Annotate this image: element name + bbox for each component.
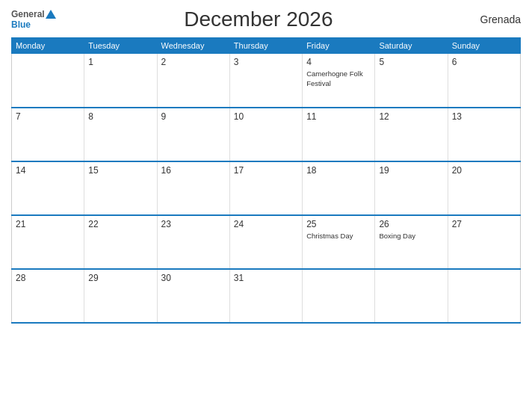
day-number: 21 xyxy=(16,219,80,229)
day-number: 20 xyxy=(452,165,516,176)
table-row: 22 xyxy=(84,215,157,269)
calendar-header-row: Monday Tuesday Wednesday Thursday Friday… xyxy=(12,38,521,54)
table-row: 23 xyxy=(157,215,229,269)
table-row xyxy=(448,269,520,323)
table-row xyxy=(12,54,84,108)
calendar-week-row: 28293031 xyxy=(12,269,521,323)
header: General Blue December 2026 Grenada xyxy=(11,7,521,31)
day-number: 19 xyxy=(379,165,443,176)
day-number: 31 xyxy=(234,273,298,283)
table-row: 20 xyxy=(448,161,520,215)
table-row: 27 xyxy=(448,215,520,269)
table-row: 13 xyxy=(448,108,520,161)
table-row: 9 xyxy=(157,108,229,161)
day-number: 10 xyxy=(234,111,298,122)
table-row: 26Boxing Day xyxy=(375,215,448,269)
day-number: 28 xyxy=(16,273,80,283)
table-row: 16 xyxy=(157,161,229,215)
table-row: 7 xyxy=(12,108,84,161)
day-number: 27 xyxy=(452,219,516,229)
day-number: 6 xyxy=(452,57,516,67)
day-number: 8 xyxy=(88,111,152,122)
day-number: 1 xyxy=(88,57,152,67)
table-row: 6 xyxy=(448,54,520,108)
table-row: 10 xyxy=(229,108,302,161)
calendar-week-row: 2122232425Christmas Day26Boxing Day27 xyxy=(12,215,521,269)
day-number: 3 xyxy=(234,57,298,67)
calendar-table: Monday Tuesday Wednesday Thursday Friday… xyxy=(11,37,521,324)
col-monday: Monday xyxy=(12,38,84,54)
col-sunday: Sunday xyxy=(448,38,520,54)
table-row: 4Camerhogne Folk Festival xyxy=(303,54,375,108)
table-row xyxy=(303,269,375,323)
table-row: 30 xyxy=(157,269,229,323)
day-number: 16 xyxy=(161,165,226,176)
day-number: 15 xyxy=(88,165,152,176)
calendar-week-row: 1234Camerhogne Folk Festival56 xyxy=(12,54,521,108)
day-number: 17 xyxy=(234,165,298,176)
table-row: 11 xyxy=(303,108,375,161)
page: General Blue December 2026 Grenada Monda… xyxy=(0,0,532,411)
table-row: 15 xyxy=(84,161,157,215)
day-number: 22 xyxy=(88,219,152,229)
table-row: 28 xyxy=(12,269,84,323)
day-number: 26 xyxy=(379,219,443,229)
day-number: 18 xyxy=(306,165,371,176)
table-row: 12 xyxy=(375,108,448,161)
logo-triangle-icon xyxy=(46,10,56,19)
table-row: 14 xyxy=(12,161,84,215)
table-row: 31 xyxy=(229,269,302,323)
day-number: 11 xyxy=(306,111,371,122)
table-row: 17 xyxy=(229,161,302,215)
day-number: 4 xyxy=(306,57,371,67)
day-number: 23 xyxy=(161,219,226,229)
col-tuesday: Tuesday xyxy=(84,38,157,54)
day-number: 12 xyxy=(379,111,443,122)
logo-blue-text: Blue xyxy=(11,19,31,30)
day-number: 13 xyxy=(452,111,516,122)
event-text: Christmas Day xyxy=(306,232,353,240)
calendar-title: December 2026 xyxy=(56,7,461,31)
logo-general-text: General xyxy=(11,9,45,19)
logo: General Blue xyxy=(11,9,56,31)
day-number: 5 xyxy=(379,57,443,67)
col-saturday: Saturday xyxy=(375,38,448,54)
table-row: 18 xyxy=(303,161,375,215)
table-row xyxy=(375,269,448,323)
day-number: 29 xyxy=(88,273,152,283)
table-row: 25Christmas Day xyxy=(303,215,375,269)
event-text: Camerhogne Folk Festival xyxy=(306,69,363,87)
table-row: 19 xyxy=(375,161,448,215)
calendar-week-row: 14151617181920 xyxy=(12,161,521,215)
day-number: 9 xyxy=(161,111,226,122)
table-row: 24 xyxy=(229,215,302,269)
country-label: Grenada xyxy=(461,13,521,25)
table-row: 21 xyxy=(12,215,84,269)
col-wednesday: Wednesday xyxy=(157,38,229,54)
day-number: 2 xyxy=(161,57,226,67)
calendar-week-row: 78910111213 xyxy=(12,108,521,161)
table-row: 2 xyxy=(157,54,229,108)
table-row: 8 xyxy=(84,108,157,161)
day-number: 30 xyxy=(161,273,226,283)
day-number: 14 xyxy=(16,165,80,176)
event-text: Boxing Day xyxy=(379,232,415,240)
table-row: 3 xyxy=(229,54,302,108)
day-number: 25 xyxy=(306,219,371,229)
day-number: 7 xyxy=(16,111,80,122)
day-number: 24 xyxy=(234,219,298,229)
col-thursday: Thursday xyxy=(229,38,302,54)
col-friday: Friday xyxy=(303,38,375,54)
table-row: 5 xyxy=(375,54,448,108)
table-row: 29 xyxy=(84,269,157,323)
table-row: 1 xyxy=(84,54,157,108)
